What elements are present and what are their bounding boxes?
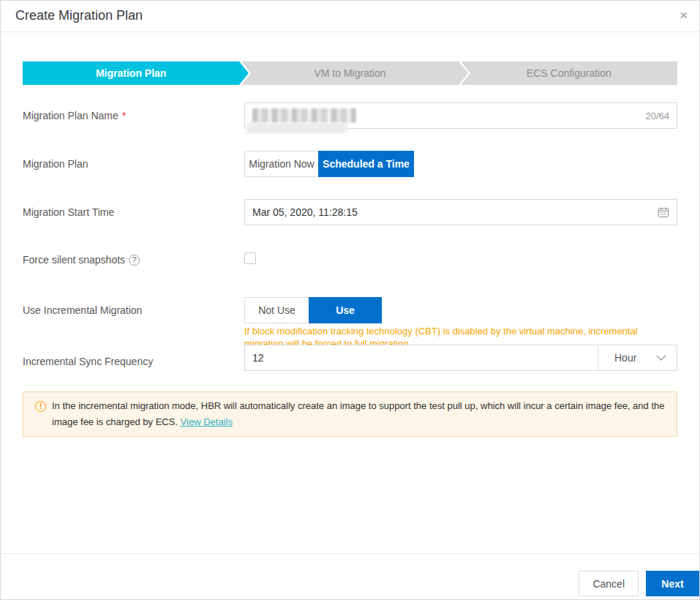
row-incremental-sync-frequency: Incremental Sync Frequency 12 Hour xyxy=(23,345,677,371)
start-time-value: Mar 05, 2020, 11:28:15 xyxy=(252,206,358,218)
step-migration-plan[interactable]: Migration Plan xyxy=(23,61,239,85)
next-button[interactable]: Next xyxy=(646,571,699,596)
migration-now-button[interactable]: Migration Now xyxy=(244,151,319,177)
create-migration-plan-dialog: Create Migration Plan × Migration Plan V… xyxy=(0,0,700,600)
incremental-migration-toggle: Not Use Use xyxy=(244,297,382,323)
view-details-link[interactable]: View Details xyxy=(181,416,233,427)
notice-text: In the incremental migration mode, HBR w… xyxy=(52,400,664,427)
close-icon[interactable]: × xyxy=(680,8,688,22)
use-incremental-migration-label: Use Incremental Migration xyxy=(23,297,244,316)
required-asterisk: * xyxy=(122,110,126,121)
scheduled-a-time-button[interactable]: Scheduled a Time xyxy=(318,151,414,177)
migration-plan-mode-toggle: Migration Now Scheduled a Time xyxy=(244,151,414,177)
step-label: Migration Plan xyxy=(96,67,166,79)
label-text: Migration Plan xyxy=(23,158,89,170)
force-silent-snapshots-checkbox[interactable] xyxy=(244,252,256,264)
step-ecs-configuration[interactable]: ECS Configuration xyxy=(461,61,677,85)
sync-frequency-value: 12 xyxy=(252,352,264,364)
step-wizard: Migration Plan VM to Migration ECS Confi… xyxy=(23,61,677,85)
chevron-down-icon xyxy=(656,355,666,361)
row-use-incremental-migration: Use Incremental Migration Not Use Use If… xyxy=(23,297,677,350)
exclamation-circle-icon: ! xyxy=(35,401,46,412)
step-label: VM to Migration xyxy=(314,67,385,79)
not-use-button[interactable]: Not Use xyxy=(244,297,309,323)
migration-start-time-input[interactable]: Mar 05, 2020, 11:28:15 xyxy=(244,199,677,225)
migration-plan-mode-label: Migration Plan xyxy=(23,151,244,170)
row-migration-start-time: Migration Start Time Mar 05, 2020, 11:28… xyxy=(23,199,677,225)
page-title: Create Migration Plan xyxy=(15,8,685,23)
calendar-icon[interactable] xyxy=(658,206,669,218)
row-migration-plan-name: Migration Plan Name * 20/64 xyxy=(23,102,677,129)
step-label: ECS Configuration xyxy=(527,67,611,79)
incremental-sync-frequency-label: Incremental Sync Frequency xyxy=(23,345,244,367)
label-text: Force silent snapshots xyxy=(23,254,125,266)
cancel-button[interactable]: Cancel xyxy=(579,571,639,596)
migration-plan-name-label: Migration Plan Name * xyxy=(23,102,244,121)
dialog-header: Create Migration Plan × xyxy=(1,1,699,32)
use-button[interactable]: Use xyxy=(309,297,382,323)
frequency-unit-value: Hour xyxy=(614,352,636,364)
migration-start-time-label: Migration Start Time xyxy=(23,199,244,218)
char-counter: 20/64 xyxy=(645,110,669,121)
migration-plan-name-input[interactable]: 20/64 xyxy=(244,102,677,129)
dialog-body: Migration Plan VM to Migration ECS Confi… xyxy=(1,61,699,437)
help-icon[interactable]: ? xyxy=(129,255,140,266)
label-text: Migration Plan Name xyxy=(23,110,118,121)
redaction-artifact xyxy=(246,123,347,133)
label-text: Migration Start Time xyxy=(23,206,114,218)
notice-body: In the incremental migration mode, HBR w… xyxy=(52,398,665,430)
redacted-plan-name-value xyxy=(252,108,356,123)
sync-frequency-input[interactable]: 12 xyxy=(244,345,598,371)
row-force-silent-snapshots: Force silent snapshots ? xyxy=(23,252,677,267)
force-silent-snapshots-label: Force silent snapshots ? xyxy=(23,252,244,266)
step-vm-to-migration[interactable]: VM to Migration xyxy=(241,61,458,85)
label-text: Incremental Sync Frequency xyxy=(23,356,153,367)
image-fee-notice: ! In the incremental migration mode, HBR… xyxy=(23,391,677,437)
row-migration-plan-mode: Migration Plan Migration Now Scheduled a… xyxy=(23,151,677,177)
frequency-unit-select[interactable]: Hour xyxy=(598,345,677,371)
label-text: Use Incremental Migration xyxy=(23,304,142,316)
dialog-footer: Cancel Next xyxy=(1,553,699,599)
